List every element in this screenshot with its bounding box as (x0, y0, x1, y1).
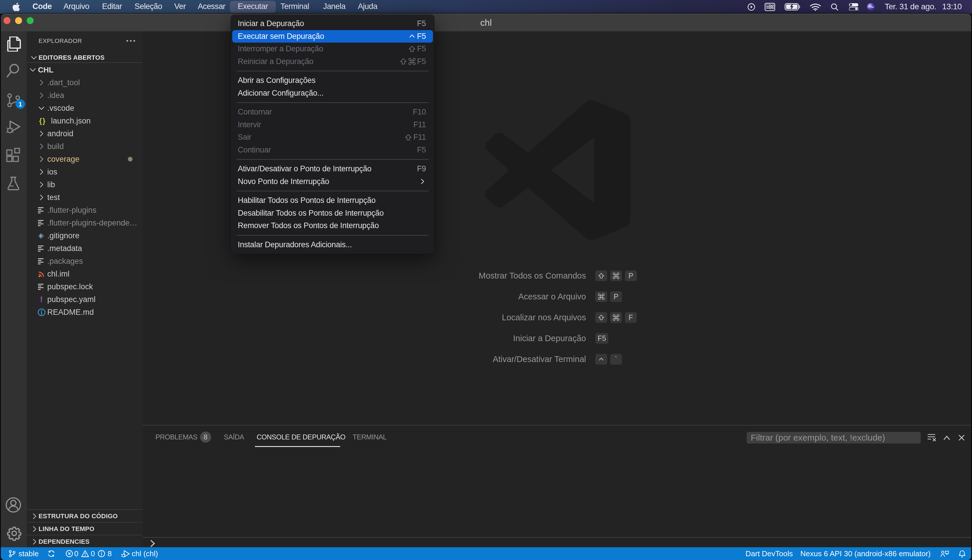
svg-text:1: 1 (18, 101, 22, 108)
